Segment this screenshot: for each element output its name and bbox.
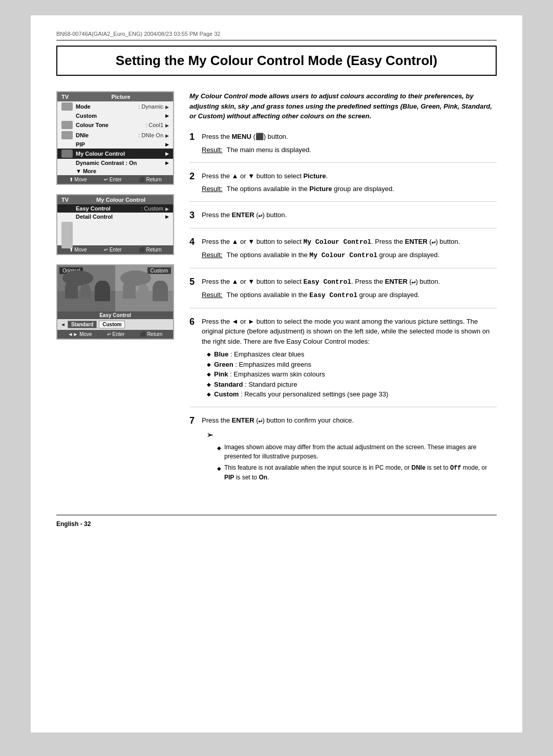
footer-move-3: ◄► Move [68,331,92,337]
spacer-row-4 [57,239,173,245]
icon-colour-tone [61,121,73,129]
tv-screen-1-header: TV Picture [57,92,173,101]
step-2-content: Press the ▲ or ▼ button to select Pictur… [202,171,497,194]
tv-screen-2-header: TV My Colour Control [57,195,173,204]
footer-move-1: ⬆ Move [69,177,87,182]
menu-item-colour-tone: Colour Tone : Cool1 [57,120,173,130]
step-7-notes: ➢ ◆ Images shown above may differ from t… [207,430,497,482]
title-box: Setting the My Colour Control Mode (Easy… [56,46,497,76]
tv-label-2: TV [61,197,69,203]
custom-panel: Custom [115,265,173,311]
step-1-result: Result: The main menu is displayed. [202,145,497,155]
note-1: ◆ Images shown above may differ from the… [217,443,497,461]
step-6-content: Press the ◄ or ► button to select the mo… [202,317,497,400]
note-bullets: ◆ Images shown above may differ from the… [217,443,497,482]
tv-label-1: TV [61,94,69,100]
page-meta: BN68-00746A(GAIA2_Euro_ENG) 2004/08/23 0… [56,31,497,40]
custom-mode-btn[interactable]: Custom [99,321,125,328]
note-arrow-icon: ➢ [207,430,213,440]
tv-footer-1: ⬆ Move ↵ Enter ⬛ Return [57,175,173,184]
easy-control-bar: Easy Control [57,311,173,319]
step-5-action: Press the ▲ or ▼ button to select Easy C… [202,277,497,287]
note-diamond-2: ◆ [217,465,221,482]
page-footer: English - 32 [56,515,497,528]
footer-enter-1: ↵ Enter [104,177,122,182]
standard-mode-btn[interactable]: Standard [68,321,97,328]
image-comparison-area: Original Custom [57,265,173,311]
steps-list: 1 Press the MENU (⬛) button. Result: The… [189,132,497,492]
step-3-num: 3 [189,210,202,221]
step-4: 4 Press the ▲ or ▼ button to select My C… [189,237,497,268]
result-label-1: Result: [202,145,222,155]
step-7-action: Press the ENTER (↵) button to confirm yo… [202,415,497,426]
result-label-2: Result: [202,184,222,194]
tv-footer-2: ⬆ Move ↵ Enter ⬛ Return [57,245,173,254]
icon-dnie [61,131,73,139]
step-5: 5 Press the ▲ or ▼ button to select Easy… [189,277,497,308]
note-text-2: This feature is not available when the i… [224,463,497,482]
footer-return-1: ⬛ Return [139,177,162,182]
note-2: ◆ This feature is not available when the… [217,463,497,482]
step-7-num: 7 [189,415,202,426]
footer-enter-2: ↵ Enter [104,247,122,253]
mode-buttons-bar: ◄ Standard Custom [57,319,173,330]
menu-item-more: ▼ More [57,167,173,175]
screen-title-2: My Colour Control [73,197,169,203]
result-text-1: The main menu is displayed. [226,145,311,155]
icon-my-colour [61,150,73,158]
bullet-green: Green : Emphasizes mild greens [207,360,497,370]
note-text-1: Images shown above may differ from the a… [224,443,497,461]
step-5-result: Result: The options available in the Eas… [202,290,497,301]
step-1: 1 Press the MENU (⬛) button. Result: The… [189,132,497,163]
step-2-action: Press the ▲ or ▼ button to select Pictur… [202,171,497,181]
step-6-action: Press the ◄ or ► button to select the mo… [202,317,497,347]
menu-item-pip: PIP [57,140,173,149]
bullet-pink: Pink : Emphasizes warm skin colours [207,369,497,380]
menu-item-my-colour-control: My Colour Control [57,149,173,159]
footer-english-32: English - 32 [56,520,91,528]
step-2: 2 Press the ▲ or ▼ button to select Pict… [189,171,497,202]
content-area: TV Picture Mode : Dynamic Custom Colour … [56,91,497,499]
footer-return-2: ⬛ Return [139,247,162,253]
step-6-bullets: Blue : Emphasizes clear blues Green : Em… [207,349,497,400]
result-label-5: Result: [202,290,222,301]
result-text-4: The options available in the My Colour C… [226,250,439,261]
step-5-content: Press the ▲ or ▼ button to select Easy C… [202,277,497,301]
menu-item-dnie: DNIe : DNIe On [57,130,173,140]
menu-item-mode: Mode : Dynamic [57,101,173,112]
bullet-blue: Blue : Emphasizes clear blues [207,349,497,360]
page-title: Setting the My Colour Control Mode (Easy… [68,53,485,69]
step-1-content: Press the MENU (⬛) button. Result: The m… [202,132,497,155]
step-4-result: Result: The options available in the My … [202,250,497,261]
step-4-content: Press the ▲ or ▼ button to select My Col… [202,237,497,261]
tv-screen-3: Original Custom [56,264,174,340]
step-7: 7 Press the ENTER (↵) button to confirm … [189,415,497,492]
bullet-standard: Standard : Standard picture [207,380,497,390]
footer-return-3: ⬛ Return [140,331,163,337]
step-4-num: 4 [189,237,202,247]
page: BN68-00746A(GAIA2_Euro_ENG) 2004/08/23 0… [31,15,522,732]
meta-text: BN68-00746A(GAIA2_Euro_ENG) 2004/08/23 0… [56,31,220,37]
screen-title-1: Picture [73,94,169,100]
step-5-num: 5 [189,277,202,287]
step-2-num: 2 [189,171,202,182]
step-6: 6 Press the ◄ or ► button to select the … [189,317,497,407]
note-arrow-line: ➢ [207,430,497,440]
custom-label: Custom [147,267,171,274]
menu-item-easy-control: Easy Control : Custom [57,204,173,213]
icon-mode [61,102,73,111]
footer-enter-3: ↵ Enter [107,331,125,337]
spacer-row-2 [57,227,173,233]
menu-item-dynamic-contrast: Dynamic Contrast : On [57,159,173,167]
tv-footer-3: ◄► Move ↵ Enter ⬛ Return [57,330,173,339]
footer-move-2: ⬆ Move [69,247,87,253]
bullet-custom: Custom : Recalls your personalized setti… [207,389,497,400]
step-4-action: Press the ▲ or ▼ button to select My Col… [202,237,497,247]
step-3: 3 Press the ENTER (↵) button. [189,210,497,228]
note-diamond-1: ◆ [217,444,221,461]
right-column: My Colour Control mode allows users to a… [189,91,497,499]
result-text-2: The options available in the Picture gro… [226,184,394,194]
left-column: TV Picture Mode : Dynamic Custom Colour … [56,91,174,499]
result-label-4: Result: [202,250,222,261]
result-text-5: The options available in the Easy Contro… [226,290,419,301]
